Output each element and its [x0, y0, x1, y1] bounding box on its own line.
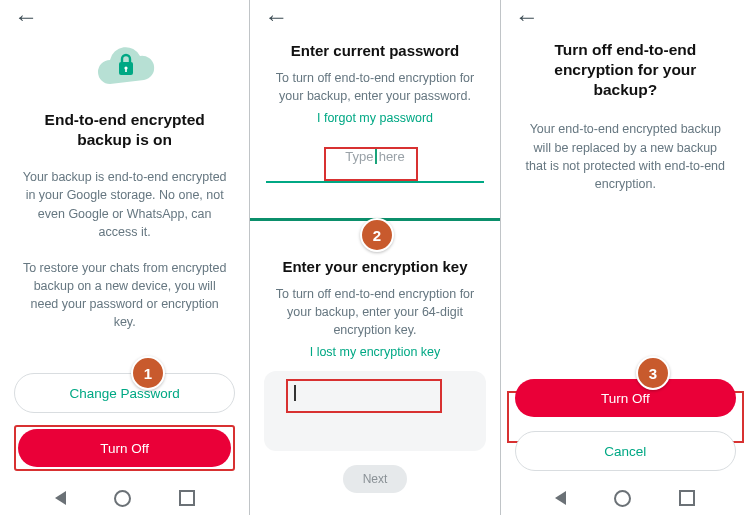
nav-back-icon[interactable]: [55, 491, 66, 505]
button-group: Turn Off Cancel: [515, 379, 736, 471]
description: To turn off end-to-end encryption for yo…: [272, 285, 477, 339]
panel-enter-key: ← Enter your encryption key To turn off …: [250, 226, 499, 515]
back-icon[interactable]: ←: [14, 5, 38, 29]
description: Your end-to-end encrypted backup will be…: [523, 120, 728, 193]
description: To turn off end-to-end encryption for yo…: [272, 69, 477, 105]
android-navbar: [0, 481, 249, 515]
page-title: Enter your encryption key: [282, 258, 467, 275]
nav-recents-icon[interactable]: [679, 490, 695, 506]
topbar: ←: [250, 0, 499, 36]
turn-off-button[interactable]: Turn Off: [515, 379, 736, 417]
step-badge-1: 1: [131, 356, 165, 390]
turn-off-button[interactable]: Turn Off: [18, 429, 231, 467]
back-icon[interactable]: ←: [515, 5, 539, 29]
nav-home-icon[interactable]: [614, 490, 631, 507]
highlight-box: [324, 147, 418, 181]
button-group: Change Password Turn Off: [14, 373, 235, 471]
highlight-box: Turn Off: [14, 425, 235, 471]
step-badge-2: 2: [360, 218, 394, 252]
topbar: ←: [0, 0, 249, 36]
page-title: End-to-end encrypted backup is on: [24, 110, 225, 150]
next-button[interactable]: Next: [343, 465, 407, 493]
android-navbar: [501, 481, 750, 515]
cancel-button[interactable]: Cancel: [515, 431, 736, 471]
step-badge-3: 3: [636, 356, 670, 390]
panel-backup-on: ← End-to-end encrypted backup is on Your…: [0, 0, 249, 515]
svg-rect-2: [125, 69, 127, 72]
description-1: Your backup is end-to-end encrypted in y…: [22, 168, 227, 241]
password-input-wrap: Typehere: [266, 147, 483, 183]
lost-key-link[interactable]: I lost my encryption key: [310, 345, 441, 359]
panel-enter-password: ← Enter current password To turn off end…: [249, 0, 499, 515]
topbar: ←: [501, 0, 750, 36]
panel-confirm-turn-off: ← Turn off end-to-end encryption for you…: [500, 0, 750, 515]
back-icon[interactable]: ←: [264, 5, 288, 29]
encrypted-cloud-icon: [90, 44, 160, 94]
encryption-key-input[interactable]: [264, 371, 485, 451]
nav-home-icon[interactable]: [114, 490, 131, 507]
description-2: To restore your chats from encrypted bac…: [22, 259, 227, 332]
page-title: Turn off end-to-end encryption for your …: [525, 40, 726, 100]
forgot-password-link[interactable]: I forgot my password: [317, 111, 433, 125]
nav-back-icon[interactable]: [555, 491, 566, 505]
nav-recents-icon[interactable]: [179, 490, 195, 506]
password-input[interactable]: Typehere: [266, 147, 483, 183]
change-password-button[interactable]: Change Password: [14, 373, 235, 413]
highlight-box: [286, 379, 442, 413]
page-title: Enter current password: [291, 42, 459, 59]
